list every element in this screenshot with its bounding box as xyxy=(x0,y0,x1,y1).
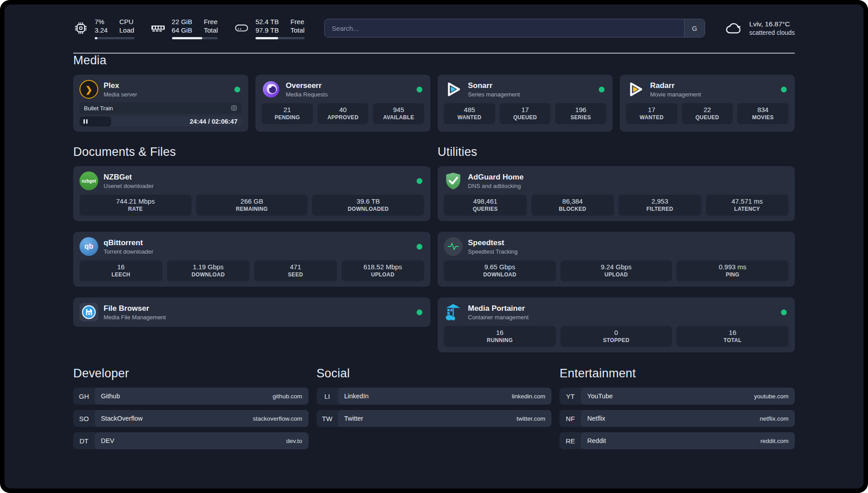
bookmark-youtube[interactable]: YT YouTube youtube.com xyxy=(559,388,795,405)
cpu-progress-bar xyxy=(95,37,134,39)
ram-icon xyxy=(150,21,166,36)
app-subtitle: Series management xyxy=(468,91,520,98)
app-card-nzbget[interactable]: nzbget NZBGet Usenet downloader 744.21 M… xyxy=(73,166,430,221)
disk-free-value: 52.4 TB xyxy=(255,17,279,26)
status-online-dot xyxy=(417,244,422,250)
bookmarks-developer: Developer GH Github github.com SO StackO… xyxy=(73,367,309,449)
playback-elapsed xyxy=(79,117,111,126)
app-card-speedtest[interactable]: Speedtest Speedtest Tracking 9.65 GbpsDO… xyxy=(438,232,795,287)
now-playing-title-row: Bullet Train xyxy=(79,102,242,114)
disk-progress-bar xyxy=(255,37,305,39)
bookmark-prefix: RE xyxy=(559,432,581,449)
bookmark-name: Reddit xyxy=(587,437,606,444)
search-engine-button[interactable]: G xyxy=(684,19,705,37)
bookmark-github[interactable]: GH Github github.com xyxy=(73,388,309,405)
stat-downloaded: 39.6 TBDOWNLOADED xyxy=(312,195,424,216)
bookmark-stackoverflow[interactable]: SO StackOverflow stackoverflow.com xyxy=(73,410,309,427)
bookmark-prefix: NF xyxy=(559,410,581,427)
app-card-plex[interactable]: ❯ Plex Media server Bullet Train xyxy=(73,75,248,132)
section-title-entertainment: Entertainment xyxy=(559,367,795,380)
status-online-dot xyxy=(417,178,422,184)
bookmarks-social: Social LI LinkedIn linkedin.com TW Twitt… xyxy=(317,367,552,449)
stat-seed: 471SEED xyxy=(254,260,337,281)
adguard-icon xyxy=(444,171,463,190)
app-subtitle: Usenet downloader xyxy=(104,182,154,190)
speedtest-icon xyxy=(444,237,463,256)
bookmark-prefix: YT xyxy=(559,388,581,405)
app-subtitle: Media server xyxy=(104,91,137,98)
stat-series: 196SERIES xyxy=(555,103,606,124)
app-card-overseerr[interactable]: Overseerr Media Requests 21PENDING 40APP… xyxy=(255,75,430,132)
playback-progress-bar[interactable]: 24:44 / 02:06:47 xyxy=(79,117,242,126)
bookmark-domain: dev.to xyxy=(286,438,302,444)
app-name: Speedtest xyxy=(468,238,517,247)
bookmark-domain: stackoverflow.com xyxy=(253,415,302,422)
app-name: Plex xyxy=(104,81,137,90)
stat-leech: 16LEECH xyxy=(79,260,163,281)
stat-running: 16RUNNING xyxy=(444,326,556,347)
search-bar: G xyxy=(324,19,705,38)
search-input[interactable] xyxy=(324,19,705,38)
ram-progress-bar xyxy=(172,37,218,39)
app-card-radarr[interactable]: Radarr Movie management 17WANTED 22QUEUE… xyxy=(620,75,795,132)
bookmark-linkedin[interactable]: LI LinkedIn linkedin.com xyxy=(317,388,552,405)
section-title-utilities: Utilities xyxy=(438,145,795,159)
overseerr-icon xyxy=(262,80,280,99)
app-card-portainer[interactable]: Media Portainer Container management 16R… xyxy=(438,297,795,352)
section-title-developer: Developer xyxy=(73,367,309,380)
pause-icon[interactable] xyxy=(83,119,88,124)
stat-approved: 40APPROVED xyxy=(317,103,369,124)
disk-total-value: 97.9 TB xyxy=(255,26,279,34)
disk-stat: 52.4 TB Free 97.9 TB Total xyxy=(234,17,305,39)
documents-column: Documents & Files nzbget NZBGet Usenet d… xyxy=(73,145,430,352)
bookmark-dev[interactable]: DT DEV dev.to xyxy=(73,432,309,449)
bookmark-netflix[interactable]: NF Netflix netflix.com xyxy=(559,410,795,427)
bookmark-prefix: GH xyxy=(73,388,95,405)
stat-pending: 21PENDING xyxy=(262,103,313,124)
dashboard-page: 7% CPU 3.24 Load xyxy=(4,4,864,489)
app-card-sonarr[interactable]: Sonarr Series management 485WANTED 17QUE… xyxy=(438,75,613,132)
media-grid: ❯ Plex Media server Bullet Train xyxy=(73,75,795,132)
status-online-dot xyxy=(417,87,422,92)
stat-wanted: 485WANTED xyxy=(444,103,495,124)
weather-location-temp: Lviv, 16.87°C xyxy=(749,20,795,29)
stat-total: 16TOTAL xyxy=(676,326,789,347)
bookmark-domain: netflix.com xyxy=(760,415,789,422)
bookmark-domain: youtube.com xyxy=(754,393,789,400)
app-card-qbittorrent[interactable]: qb qBittorrent Torrent downloader 16LEEC… xyxy=(73,232,430,287)
app-card-filebrowser[interactable]: File Browser Media File Management xyxy=(73,297,430,327)
bookmark-domain: reddit.com xyxy=(760,438,789,444)
status-online-dot xyxy=(599,87,605,92)
app-card-adguard[interactable]: AdGuard Home DNS and adblocking 498,461Q… xyxy=(438,166,795,221)
weather-widget: Lviv, 16.87°C scattered clouds xyxy=(725,20,795,37)
bookmark-domain: github.com xyxy=(273,393,302,400)
app-name: Radarr xyxy=(650,81,701,90)
ram-free-value: 22 GiB xyxy=(172,17,192,26)
stat-filtered: 2,953FILTERED xyxy=(618,195,701,216)
disk-icon xyxy=(234,21,249,36)
app-name: File Browser xyxy=(104,304,166,313)
stat-wanted: 17WANTED xyxy=(626,103,677,124)
bookmark-name: StackOverflow xyxy=(101,415,142,422)
app-subtitle: Torrent downloader xyxy=(104,248,153,255)
app-subtitle: Media Requests xyxy=(286,91,328,98)
playback-time: 24:44 / 02:06:47 xyxy=(190,118,242,125)
stat-queued: 22QUEUED xyxy=(682,103,733,124)
app-name: Sonarr xyxy=(468,81,520,90)
app-subtitle: Media File Management xyxy=(104,313,166,321)
plex-icon: ❯ xyxy=(79,80,98,99)
ram-stat: 22 GiB Free 64 GiB Total xyxy=(150,17,218,39)
cpu-usage-value: 7% xyxy=(95,17,108,26)
ram-total-label: Total xyxy=(204,26,218,34)
cpu-label: CPU xyxy=(119,17,134,26)
bookmark-reddit[interactable]: RE Reddit reddit.com xyxy=(559,432,795,449)
stat-upload: 618.52 MbpsUPLOAD xyxy=(342,260,425,281)
ram-free-label: Free xyxy=(204,17,218,26)
bookmarks-entertainment: Entertainment YT YouTube youtube.com NF … xyxy=(559,367,795,449)
disk-total-label: Total xyxy=(290,26,305,34)
section-title-media: Media xyxy=(73,54,795,67)
bookmark-prefix: LI xyxy=(317,388,338,405)
app-subtitle: Container management xyxy=(468,313,529,321)
sonarr-icon xyxy=(444,80,463,99)
bookmark-twitter[interactable]: TW Twitter twitter.com xyxy=(317,410,552,427)
